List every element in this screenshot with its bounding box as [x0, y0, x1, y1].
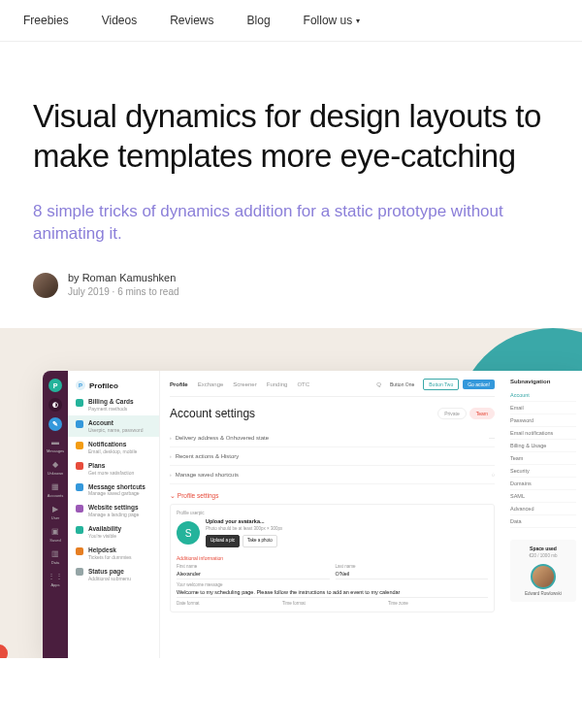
- time-zone-label: Time zone: [388, 601, 488, 606]
- menu-icon: [76, 483, 83, 491]
- settings-row[interactable]: ›Recent actions & History: [170, 447, 495, 466]
- go-action-button[interactable]: Go action!: [463, 380, 495, 389]
- author-name: by Roman Kamushken: [68, 271, 179, 285]
- article-title: Visual dynamics for design layouts to ma…: [33, 96, 549, 177]
- tab-funding[interactable]: Funding: [267, 381, 288, 387]
- last-name-input[interactable]: O'Neil: [336, 569, 489, 579]
- search-icon[interactable]: Q: [376, 381, 381, 387]
- main-panel: Profile Exchange Screener Funding OTC Q …: [160, 371, 582, 658]
- first-name-input[interactable]: Alexander: [177, 569, 330, 579]
- menu-icon: [76, 462, 83, 470]
- tab-screener[interactable]: Screener: [233, 381, 256, 387]
- subnav-item[interactable]: Email notifications: [510, 427, 576, 440]
- subnav-item[interactable]: Security: [510, 465, 576, 478]
- apps-icon[interactable]: ⋮⋮: [50, 571, 60, 580]
- chip-team[interactable]: Team: [469, 408, 495, 419]
- nav-videos[interactable]: Videos: [102, 14, 137, 27]
- nav-follow[interactable]: Follow us▾: [304, 14, 361, 27]
- chevron-right-icon: ›: [170, 435, 172, 441]
- nav-reviews[interactable]: Reviews: [170, 14, 213, 27]
- profile-settings-box: Profile userpic S Upload your avatarka..…: [170, 504, 495, 612]
- messages-icon[interactable]: ▬: [50, 437, 60, 447]
- subnav-item[interactable]: Team: [510, 452, 576, 465]
- rail-logo[interactable]: P: [48, 379, 62, 392]
- sidebar-item[interactable]: NotificationsEmail, desktop, mobile: [68, 437, 159, 458]
- date-format-label: Date format: [177, 601, 276, 606]
- sidebar-item[interactable]: AvailabilityYou're visible: [68, 521, 159, 543]
- hero-section: P ◐ ✎ ▬Messages ◆Unknown ▦Accounts ▶User…: [0, 328, 582, 658]
- data-icon[interactable]: ▥: [50, 548, 60, 558]
- welcome-input[interactable]: Welcome to my scheduling page. Please fo…: [177, 587, 488, 598]
- user-avatar: [531, 564, 556, 589]
- sidebar-item[interactable]: Website settingsManage a landing page: [68, 500, 159, 521]
- menu-icon: [76, 442, 83, 449]
- toggle-icon[interactable]: ○: [491, 472, 495, 478]
- user-name: Edward Rowlowski: [516, 591, 570, 596]
- rail-icon[interactable]: ◐: [48, 398, 62, 412]
- menu-icon: [76, 420, 83, 428]
- section-heading: ⌄ Profile settings: [170, 484, 495, 502]
- rail-icon[interactable]: ✎: [48, 417, 62, 431]
- user-icon[interactable]: ▶: [50, 504, 60, 513]
- sidebar-item[interactable]: Status pageAdditional submenu: [68, 564, 159, 585]
- subnav-item[interactable]: SAML: [510, 490, 576, 503]
- author-avatar: [33, 273, 58, 298]
- space-label: Space used: [516, 546, 570, 551]
- nav-freebies[interactable]: Freebies: [23, 14, 69, 27]
- chip-private[interactable]: Private: [437, 408, 467, 419]
- article-subtitle: 8 simple tricks of dynamics addition for…: [33, 200, 549, 247]
- byline: by Roman Kamushken July 2019 · 6 mins to…: [33, 271, 549, 299]
- subnav-item[interactable]: Email: [510, 402, 576, 414]
- sidebar-item[interactable]: Message shortcutsManage saved garbage: [68, 480, 159, 501]
- subnav-heading: Subnavigation: [510, 379, 576, 384]
- subnav-item[interactable]: Account: [510, 389, 576, 402]
- sidebar-item[interactable]: Billing & CardsPayment methods: [68, 394, 159, 415]
- tab-otc[interactable]: OTC: [297, 381, 309, 387]
- tab-profile[interactable]: Profile: [170, 381, 188, 387]
- take-photo-button[interactable]: Take a photo: [242, 535, 277, 546]
- unknown-icon[interactable]: ◆: [50, 459, 60, 469]
- additional-info-heading: Additional information: [177, 555, 488, 561]
- decorative-circle: [0, 645, 8, 658]
- sidebar: PProfileo Billing & CardsPayment methods…: [68, 371, 160, 658]
- top-nav: Freebies Videos Reviews Blog Follow us▾: [0, 0, 582, 42]
- article-meta: July 2019 · 6 mins to read: [68, 285, 179, 299]
- menu-icon: [76, 399, 83, 407]
- space-used-widget: Space used €20 / 1000 mb Edward Rowlowsk…: [510, 540, 576, 602]
- page-heading: Account settings Private Team: [170, 407, 495, 420]
- settings-row[interactable]: ›Manage saved shortcuts○: [170, 466, 495, 484]
- accounts-icon[interactable]: ▦: [50, 481, 60, 491]
- upload-hint: Photo should be at least 300px × 300px: [206, 526, 282, 532]
- menu-icon: [76, 505, 83, 513]
- sidebar-item[interactable]: PlansGet more satisfaction: [68, 458, 159, 480]
- subnav-item[interactable]: Password: [510, 414, 576, 427]
- chevron-right-icon: ›: [170, 472, 172, 478]
- menu-icon: [76, 526, 83, 534]
- button-two[interactable]: Button Two: [423, 379, 459, 390]
- sidebar-item[interactable]: HelpdeskTickets for dummies: [68, 543, 159, 564]
- article: Visual dynamics for design layouts to ma…: [0, 42, 582, 328]
- profile-avatar: S: [177, 521, 200, 545]
- time-format-label: Time format: [282, 601, 382, 606]
- sidebar-logo[interactable]: PProfileo: [68, 377, 159, 394]
- saved-icon[interactable]: ▣: [50, 526, 60, 536]
- icon-rail: P ◐ ✎ ▬Messages ◆Unknown ▦Accounts ▶User…: [43, 371, 68, 658]
- settings-row[interactable]: ›Delivery address & Onhovered state⋯: [170, 428, 495, 447]
- subnav-item[interactable]: Billing & Usage: [510, 440, 576, 452]
- chevron-right-icon: ›: [170, 453, 172, 459]
- subnav-item[interactable]: Domains: [510, 478, 576, 490]
- space-value: €20 / 1000 mb: [516, 553, 570, 558]
- subnav-item[interactable]: Advanced: [510, 503, 576, 515]
- subnav-item[interactable]: Data: [510, 515, 576, 528]
- tab-exchange[interactable]: Exchange: [198, 381, 224, 387]
- button-one[interactable]: Button One: [385, 380, 419, 389]
- sidebar-item[interactable]: AccountUserpic, name, password: [68, 415, 159, 437]
- upload-pic-button[interactable]: Upload a pic: [206, 535, 240, 546]
- right-sidebar: Subnavigation AccountEmailPasswordEmail …: [504, 371, 582, 658]
- menu-icon: [76, 568, 83, 576]
- toggle-icon[interactable]: ⋯: [489, 434, 495, 441]
- chevron-down-icon: ▾: [356, 17, 360, 25]
- nav-blog[interactable]: Blog: [247, 14, 271, 27]
- profile-userpic-label: Profile userpic: [177, 511, 488, 515]
- top-tabs: Profile Exchange Screener Funding OTC Q …: [170, 371, 495, 397]
